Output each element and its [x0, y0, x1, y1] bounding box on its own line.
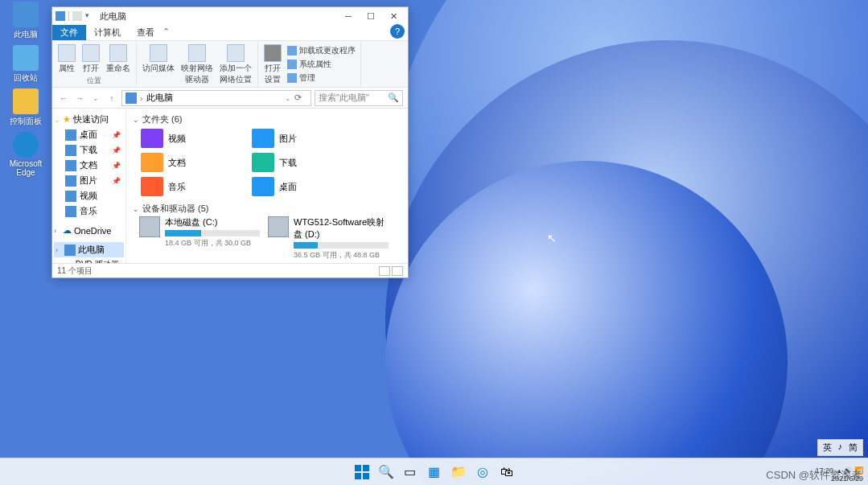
- nav-item-pictures[interactable]: 图片📌: [54, 173, 124, 188]
- pc-icon: [125, 92, 137, 104]
- watermark: CSDN @软件资深者: [766, 468, 862, 483]
- desktop-icon-thispc[interactable]: 此电脑: [3, 2, 48, 40]
- nav-up[interactable]: ↑: [105, 93, 118, 103]
- ribbon-manage[interactable]: 管理: [286, 72, 357, 84]
- ribbon-tabs: 文件 计算机 查看 ⌃ ?: [52, 25, 408, 41]
- nav-thispc[interactable]: ›此电脑: [54, 242, 124, 257]
- folder-desktop[interactable]: 桌面: [250, 175, 355, 198]
- close-button[interactable]: ✕: [382, 7, 405, 25]
- ribbon-uninstall[interactable]: 卸载或更改程序: [286, 44, 357, 57]
- drive-d[interactable]: WTG512-Software映射盘 (D:)36.5 GB 可用，共 48.8…: [268, 216, 389, 261]
- tab-view[interactable]: 查看: [129, 25, 162, 40]
- pin-icon: 📌: [112, 162, 121, 170]
- widgets-icon[interactable]: ▦: [426, 464, 442, 480]
- ribbon-sysprops[interactable]: 系统属性: [286, 58, 357, 71]
- desktop-icon-controlpanel[interactable]: 控制面板: [3, 88, 48, 127]
- nav-item-downloads[interactable]: 下载📌: [54, 142, 124, 158]
- nav-forward[interactable]: →: [73, 93, 86, 103]
- nav-recent[interactable]: ⌄: [89, 94, 102, 102]
- qa-caret[interactable]: ▾: [85, 11, 95, 21]
- qa-btn[interactable]: [72, 11, 82, 21]
- help-button[interactable]: ?: [390, 24, 405, 39]
- status-bar: 11 个项目: [52, 263, 408, 277]
- folder-downloads[interactable]: 下载: [250, 151, 355, 174]
- svg-rect-2: [355, 473, 361, 479]
- drive-icon: [268, 216, 289, 237]
- search-icon: 🔍: [388, 92, 399, 103]
- store-icon[interactable]: 🛍: [499, 464, 515, 480]
- titlebar[interactable]: ▾ 此电脑 ─ ☐ ✕: [52, 7, 408, 25]
- folder-music[interactable]: 音乐: [139, 175, 244, 198]
- svg-rect-3: [363, 473, 369, 479]
- search-icon[interactable]: 🔍: [378, 464, 394, 480]
- svg-rect-1: [363, 465, 369, 471]
- pc-icon: [56, 11, 65, 21]
- ime-bar[interactable]: 英♪简: [817, 439, 864, 456]
- nav-pane: ⌄★快速访问 桌面📌 下载📌 文档📌 图片📌 视频 音乐 ›☁OneDrive …: [52, 109, 126, 263]
- ribbon-collapse[interactable]: ⌃: [162, 27, 170, 37]
- drive-icon: [139, 216, 160, 237]
- address-bar: ← → ⌄ ↑ › 此电脑 ⌄ ⟳ 搜索"此电脑" 🔍: [52, 88, 408, 109]
- qa-separator: [68, 11, 69, 21]
- cursor-icon: ↖: [547, 232, 557, 245]
- minimize-button[interactable]: ─: [337, 7, 360, 25]
- ribbon-settings[interactable]: 打开 设置: [261, 43, 284, 87]
- svg-rect-0: [355, 465, 361, 471]
- nav-item-music[interactable]: 音乐: [54, 203, 124, 219]
- explorer-icon[interactable]: 📁: [450, 464, 467, 480]
- tab-computer[interactable]: 计算机: [86, 25, 129, 40]
- path-dropdown[interactable]: ⌄: [285, 94, 291, 102]
- path-box[interactable]: › 此电脑 ⌄ ⟳: [121, 90, 311, 106]
- ribbon: 属性 打开 重命名 位置 访问媒体 映射网络 驱动器 添加一个 网络位置 网络 …: [52, 41, 408, 88]
- ribbon-addloc[interactable]: 添加一个 网络位置: [217, 43, 254, 87]
- desktop-icon-recyclebin[interactable]: 回收站: [3, 45, 48, 84]
- explorer-window: ▾ 此电脑 ─ ☐ ✕ 文件 计算机 查看 ⌃ ? 属性 打开 重命名 位置 访…: [51, 6, 409, 278]
- content-pane: ⌄文件夹 (6) 视频 图片 文档 下载 音乐 桌面 ⌄设备和驱动器 (5) 本…: [126, 109, 408, 263]
- ribbon-open[interactable]: 打开: [80, 43, 102, 76]
- search-box[interactable]: 搜索"此电脑" 🔍: [315, 90, 403, 106]
- nav-item-desktop[interactable]: 桌面📌: [54, 127, 124, 142]
- drive-c[interactable]: 本地磁盘 (C:)18.4 GB 可用，共 30.0 GB: [139, 216, 260, 261]
- maximize-button[interactable]: ☐: [360, 7, 382, 25]
- taskbar: 🔍 ▭ ▦ 📁 ◎ 🛍 17:20 ▴ 🔊 📶 2021/6/29: [0, 458, 868, 485]
- ribbon-properties[interactable]: 属性: [56, 43, 78, 76]
- path-segment[interactable]: 此电脑: [146, 92, 173, 104]
- desktop-icons: 此电脑 回收站 控制面板 Microsoft Edge: [3, 2, 48, 177]
- ribbon-mapdrive[interactable]: 映射网络 驱动器: [179, 43, 216, 87]
- start-button[interactable]: [354, 464, 370, 480]
- section-folders[interactable]: ⌄文件夹 (6): [133, 113, 401, 125]
- nav-item-videos[interactable]: 视频: [54, 188, 124, 203]
- section-drives[interactable]: ⌄设备和驱动器 (5): [133, 203, 401, 215]
- folder-videos[interactable]: 视频: [139, 127, 244, 150]
- ribbon-media[interactable]: 访问媒体: [140, 43, 177, 87]
- refresh-button[interactable]: ⟳: [294, 92, 307, 103]
- taskview-icon[interactable]: ▭: [402, 464, 418, 480]
- pin-icon: 📌: [112, 131, 121, 139]
- pin-icon: 📌: [112, 177, 121, 185]
- pin-icon: 📌: [112, 146, 121, 154]
- view-large[interactable]: [392, 266, 403, 276]
- ribbon-group-location: 位置: [87, 76, 101, 86]
- ribbon-rename[interactable]: 重命名: [104, 43, 133, 76]
- nav-item-documents[interactable]: 文档📌: [54, 158, 124, 173]
- folder-documents[interactable]: 文档: [139, 151, 244, 174]
- tab-file[interactable]: 文件: [52, 25, 86, 40]
- view-details[interactable]: [379, 266, 390, 276]
- window-title: 此电脑: [100, 10, 126, 23]
- edge-icon[interactable]: ◎: [475, 464, 491, 480]
- desktop-icon-edge[interactable]: Microsoft Edge: [3, 132, 48, 177]
- nav-onedrive[interactable]: ›☁OneDrive: [54, 224, 124, 237]
- nav-back[interactable]: ←: [57, 93, 70, 103]
- status-text: 11 个项目: [57, 265, 93, 277]
- folder-pictures[interactable]: 图片: [250, 127, 355, 150]
- nav-quick[interactable]: ⌄★快速访问: [54, 112, 124, 127]
- nav-dvd[interactable]: ›💿DVD 驱动器 (F:): [54, 257, 124, 263]
